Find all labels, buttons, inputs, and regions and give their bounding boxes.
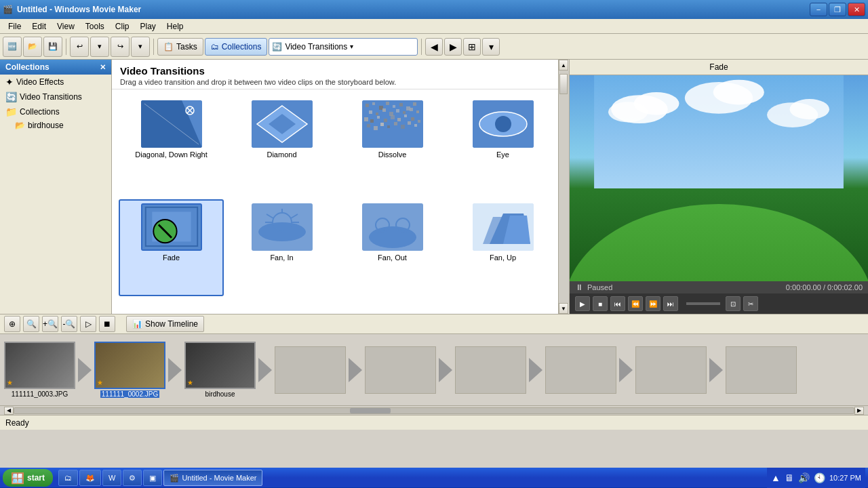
storyboard-arrow-3: [256, 346, 275, 394]
storyboard-arrow-5: [436, 346, 455, 394]
clip-thumb-3: ★: [184, 342, 256, 389]
menu-edit[interactable]: Edit: [26, 20, 52, 33]
split-button[interactable]: ✂: [743, 296, 758, 311]
redo-dropdown[interactable]: ▾: [131, 37, 150, 57]
zoom-in-button[interactable]: +🔍: [42, 316, 58, 332]
empty-slot-6: [726, 346, 797, 394]
volume-slider[interactable]: [686, 302, 720, 305]
h-scroll-thumb[interactable]: [350, 408, 391, 413]
nav-forward-button[interactable]: ▶: [444, 38, 462, 56]
prev-frame-button[interactable]: ⏪: [628, 296, 643, 311]
clock-icon: 🕙: [814, 472, 825, 483]
separator-1: [66, 39, 66, 55]
save-button[interactable]: 💾: [43, 37, 62, 57]
scroll-up-button[interactable]: ▲: [559, 60, 568, 70]
content-area: Video Transitions Drag a video transitio…: [112, 60, 570, 314]
open-button[interactable]: 📂: [23, 37, 42, 57]
sidebar-item-video-transitions[interactable]: 🔄 Video Transitions: [0, 89, 111, 104]
play-storyboard-button[interactable]: ▷: [80, 316, 96, 332]
word-icon: W: [108, 474, 115, 482]
transition-fan-up[interactable]: Fan, Up: [450, 199, 555, 297]
tasks-button[interactable]: 📋 Tasks: [157, 38, 203, 56]
menu-clip[interactable]: Clip: [110, 20, 135, 33]
storyboard-scrollbar[interactable]: ◀ ▶: [0, 405, 868, 415]
stop-button[interactable]: ■: [593, 296, 608, 311]
arrow-shape-2: [168, 358, 182, 382]
tray-arrow-icon[interactable]: ▲: [771, 472, 781, 483]
storyboard-tool-2[interactable]: 🔍: [23, 316, 39, 332]
undo-button[interactable]: ↩: [70, 37, 89, 57]
transition-diagonal-down-right[interactable]: Diagonal, Down Right: [119, 96, 224, 194]
preview-status-bar: ⏸ Paused 0:00:00.00 / 0:00:02.00: [570, 281, 868, 293]
transition-fade[interactable]: Fade: [119, 199, 224, 297]
play-button[interactable]: ▶: [575, 296, 590, 311]
show-timeline-button[interactable]: 📊 Show Timeline: [126, 316, 204, 332]
transition-fan-out-label: Fan, Out: [378, 253, 407, 262]
volume-icon[interactable]: 🔊: [798, 472, 810, 483]
maximize-button[interactable]: ❐: [829, 3, 846, 16]
undo-dropdown[interactable]: ▾: [90, 37, 109, 57]
scroll-right-button[interactable]: ▶: [854, 407, 864, 415]
close-button[interactable]: ✕: [848, 3, 865, 16]
menu-tools[interactable]: Tools: [80, 20, 110, 33]
sidebar-item-video-effects[interactable]: ✦ Video Effects: [0, 75, 111, 89]
menu-file[interactable]: File: [3, 20, 26, 33]
stop-storyboard-button[interactable]: ⏹: [99, 316, 115, 332]
rewind-button[interactable]: ⏮: [610, 296, 625, 311]
svg-rect-36: [374, 126, 378, 130]
taskbar-app-word[interactable]: W: [102, 470, 121, 486]
transition-fan-up-thumb: [473, 203, 534, 251]
menu-help[interactable]: Help: [161, 20, 189, 33]
sidebar-item-collections[interactable]: 📁 Collections: [0, 104, 111, 119]
transition-fan-out[interactable]: Fan, Out: [340, 199, 445, 297]
storyboard-clip-2[interactable]: ★ 111111_0002.JPG: [94, 342, 165, 398]
taskbar-app-misc[interactable]: ▣: [143, 470, 162, 486]
view-grid-button[interactable]: ⊞: [463, 38, 481, 56]
separator-2: [153, 39, 154, 55]
new-project-button[interactable]: 🆕: [3, 37, 22, 57]
clock-time: 10:27 PM: [829, 474, 861, 482]
storyboard-clip-1[interactable]: ★ 111111_0003.JPG: [4, 342, 75, 398]
transition-eye[interactable]: Eye: [450, 96, 555, 194]
network-icon[interactable]: 🖥: [785, 472, 794, 483]
next-frame-button[interactable]: ⏩: [646, 296, 660, 311]
taskbar-app-firefox[interactable]: 🦊: [79, 470, 101, 486]
preview-title: Fade: [570, 60, 868, 75]
svg-rect-17: [413, 102, 416, 106]
redo-button[interactable]: ↪: [111, 37, 130, 57]
zoom-out-button[interactable]: -🔍: [61, 316, 77, 332]
sidebar-item-birdhouse[interactable]: 📂 birdhouse: [0, 119, 111, 131]
svg-rect-41: [408, 121, 411, 125]
moviemaker-icon: 🎬: [170, 474, 179, 483]
menu-play[interactable]: Play: [135, 20, 161, 33]
collections-button[interactable]: 🗂 Collections: [205, 38, 268, 56]
content-scrollbar[interactable]: ▲ ▼: [558, 60, 569, 314]
end-button[interactable]: ⏭: [663, 296, 678, 311]
start-button[interactable]: 🪟 start: [3, 469, 53, 487]
close-panel-button[interactable]: ✕: [100, 63, 106, 72]
scroll-down-button[interactable]: ▼: [559, 303, 568, 314]
video-transitions-tree-icon: 🔄: [5, 92, 17, 102]
svg-point-78: [570, 204, 868, 281]
taskbar-app-settings[interactable]: ⚙: [123, 470, 142, 486]
svg-point-75: [713, 80, 764, 105]
status-bar: Ready: [0, 415, 868, 430]
transition-fan-in-thumb: [252, 203, 313, 251]
svg-rect-34: [418, 120, 420, 123]
scroll-left-button[interactable]: ◀: [4, 407, 14, 415]
scroll-thumb[interactable]: [559, 74, 568, 94]
taskbar-app-explorer[interactable]: 🗂: [58, 470, 78, 486]
storyboard-clip-3[interactable]: ★ birdhouse: [184, 342, 256, 398]
storyboard-tool-1[interactable]: ⊕: [4, 316, 20, 332]
transition-diamond[interactable]: Diamond: [229, 96, 334, 194]
view-dropdown-button[interactable]: ▾: [482, 38, 500, 56]
minimize-button[interactable]: −: [810, 3, 827, 16]
taskbar: 🪟 start 🗂 🦊 W ⚙ ▣ 🎬 Untitled - Movie Mak…: [0, 468, 868, 488]
taskbar-app-moviemaker[interactable]: 🎬 Untitled - Movie Maker: [163, 470, 262, 486]
nav-back-button[interactable]: ◀: [425, 38, 443, 56]
transition-dissolve[interactable]: Dissolve: [340, 96, 445, 194]
transition-fan-in[interactable]: Fan, In: [229, 199, 334, 297]
fullscreen-button[interactable]: ⊡: [726, 296, 741, 311]
menu-view[interactable]: View: [52, 20, 80, 33]
collections-dropdown[interactable]: 🔄 Video Transitions ▾: [269, 38, 418, 56]
